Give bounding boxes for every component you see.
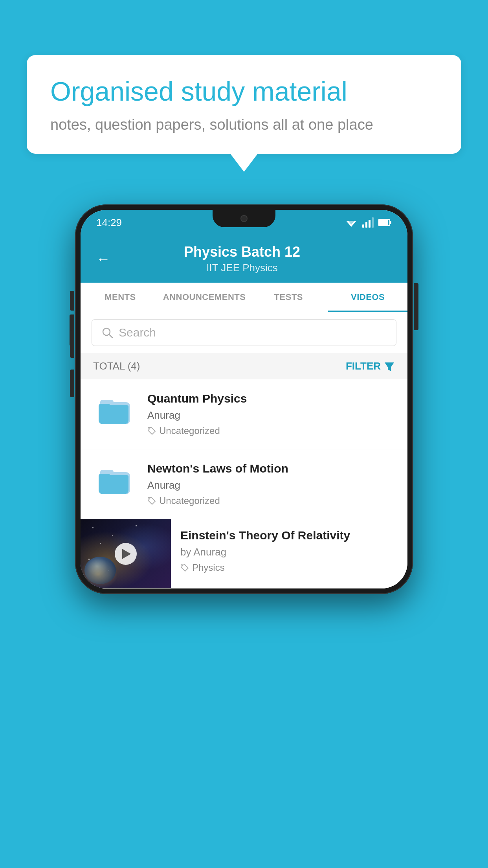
filter-bar: TOTAL (4) FILTER bbox=[81, 353, 407, 379]
tab-announcements[interactable]: ANNOUNCEMENTS bbox=[160, 283, 249, 312]
video-item-info: Newton's Laws of Motion Anurag Uncategor… bbox=[147, 462, 395, 506]
svg-point-11 bbox=[182, 565, 183, 566]
speech-bubble: Organised study material notes, question… bbox=[27, 55, 461, 154]
filter-icon bbox=[384, 361, 395, 372]
einstein-video-thumbnail bbox=[81, 519, 171, 588]
tab-videos[interactable]: VIDEOS bbox=[328, 283, 407, 312]
play-button[interactable] bbox=[115, 543, 137, 565]
search-icon bbox=[101, 327, 113, 338]
video-list: Quantum Physics Anurag Uncategorized bbox=[81, 379, 407, 588]
video-title: Quantum Physics bbox=[147, 392, 395, 405]
app-header: ← Physics Batch 12 IIT JEE Physics bbox=[81, 235, 407, 283]
video-item-info: Quantum Physics Anurag Uncategorized bbox=[147, 392, 395, 436]
search-bar[interactable]: Search bbox=[92, 319, 396, 346]
notch bbox=[213, 210, 275, 227]
svg-point-9 bbox=[149, 428, 150, 430]
svg-rect-4 bbox=[379, 220, 388, 225]
back-button[interactable]: ← bbox=[96, 252, 110, 266]
phone-outer: 14:29 bbox=[75, 204, 413, 594]
speech-bubble-container: Organised study material notes, question… bbox=[27, 55, 461, 154]
filter-button[interactable]: FILTER bbox=[346, 360, 395, 372]
svg-point-10 bbox=[149, 498, 150, 500]
status-icons bbox=[345, 217, 392, 228]
search-placeholder: Search bbox=[119, 326, 156, 339]
signal-bars-icon bbox=[362, 217, 374, 228]
video-title: Newton's Laws of Motion bbox=[147, 462, 395, 475]
status-time: 14:29 bbox=[96, 217, 122, 229]
video-author: Anurag bbox=[147, 479, 395, 491]
header-title: Physics Batch 12 bbox=[118, 244, 366, 260]
list-item[interactable]: Quantum Physics Anurag Uncategorized bbox=[81, 379, 407, 449]
wifi-icon bbox=[345, 218, 358, 227]
tab-ments[interactable]: MENTS bbox=[81, 283, 160, 312]
svg-line-7 bbox=[109, 335, 112, 338]
battery-icon bbox=[378, 219, 392, 226]
camera-dot bbox=[240, 215, 248, 222]
phone-screen: 14:29 bbox=[81, 210, 407, 588]
tag-icon bbox=[147, 497, 156, 505]
folder-thumbnail-1 bbox=[93, 392, 136, 427]
svg-rect-5 bbox=[390, 221, 391, 224]
search-container: Search bbox=[81, 312, 407, 353]
phone-mockup: 14:29 bbox=[75, 204, 413, 594]
video-author: Anurag bbox=[147, 409, 395, 421]
total-count-label: TOTAL (4) bbox=[93, 360, 140, 372]
list-item[interactable]: Einstein's Theory Of Relativity by Anura… bbox=[81, 519, 407, 588]
tag-icon bbox=[180, 563, 189, 572]
list-item[interactable]: Newton's Laws of Motion Anurag Uncategor… bbox=[81, 449, 407, 519]
einstein-video-tag: Physics bbox=[180, 562, 398, 573]
einstein-video-title: Einstein's Theory Of Relativity bbox=[180, 529, 398, 542]
header-title-area: Physics Batch 12 IIT JEE Physics bbox=[118, 244, 366, 274]
tab-tests[interactable]: TESTS bbox=[249, 283, 328, 312]
tag-icon bbox=[147, 427, 156, 435]
video-tag: Uncategorized bbox=[147, 495, 395, 506]
header-subtitle: IIT JEE Physics bbox=[118, 262, 366, 274]
bubble-subtitle: notes, question papers, solutions all at… bbox=[50, 116, 438, 133]
folder-thumbnail-2 bbox=[93, 462, 136, 497]
svg-marker-8 bbox=[385, 362, 394, 371]
einstein-item-info: Einstein's Theory Of Relativity by Anura… bbox=[171, 519, 407, 583]
status-bar: 14:29 bbox=[81, 210, 407, 235]
tabs-container: MENTS ANNOUNCEMENTS TESTS VIDEOS bbox=[81, 283, 407, 312]
bubble-title: Organised study material bbox=[50, 75, 438, 108]
video-tag: Uncategorized bbox=[147, 425, 395, 436]
einstein-video-author: by Anurag bbox=[180, 546, 398, 558]
